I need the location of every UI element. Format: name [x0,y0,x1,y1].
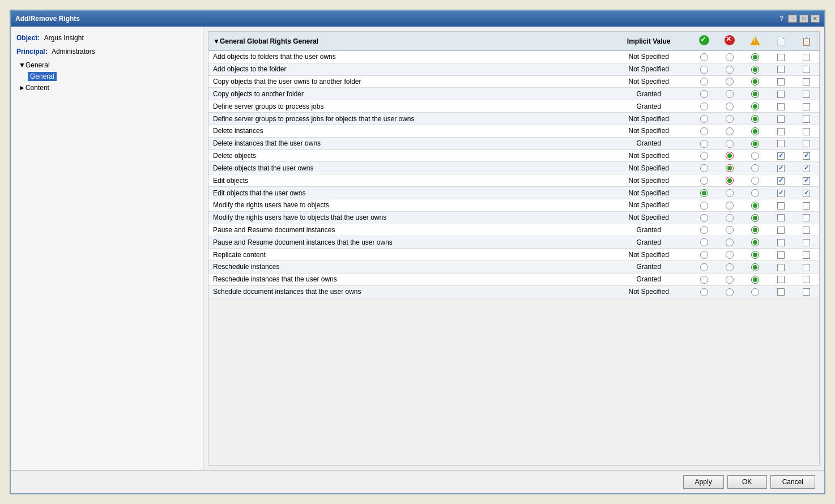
red-radio-cell[interactable] [717,236,742,249]
warn-radio[interactable] [751,115,759,123]
ok-button[interactable]: OK [727,475,767,489]
warn-radio[interactable] [751,202,759,210]
checkbox1[interactable] [777,128,785,135]
checkbox1[interactable] [777,227,785,234]
warn-radio-cell[interactable] [743,236,768,249]
green-radio[interactable] [700,251,708,259]
checkbox1[interactable] [777,165,785,172]
checkbox2[interactable] [803,165,810,172]
checkbox1[interactable] [777,103,785,110]
checkbox1[interactable] [777,190,785,197]
checkbox1[interactable] [777,78,785,86]
green-radio-cell[interactable] [691,236,717,249]
checkbox1-cell[interactable] [768,211,794,224]
green-radio-cell[interactable] [691,125,717,137]
checkbox1-cell[interactable] [768,236,794,249]
checkbox2[interactable] [803,177,810,185]
warn-radio-cell[interactable] [743,285,768,298]
red-radio[interactable] [726,53,734,61]
checkbox1-cell[interactable] [768,51,794,63]
checkbox2-cell[interactable] [794,224,819,236]
checkbox2-cell[interactable] [794,63,819,75]
red-radio[interactable] [726,102,734,110]
red-radio[interactable] [726,238,734,246]
red-radio-cell[interactable] [717,88,742,100]
checkbox2[interactable] [803,78,810,86]
green-radio[interactable] [700,263,708,271]
checkbox1-cell[interactable] [768,125,794,137]
green-radio[interactable] [700,66,708,74]
checkbox2-cell[interactable] [794,187,819,199]
checkbox1[interactable] [777,251,785,259]
checkbox2[interactable] [803,239,810,246]
warn-radio[interactable] [751,251,759,259]
checkbox1-cell[interactable] [768,88,794,100]
green-radio-cell[interactable] [691,75,717,88]
warn-radio[interactable] [751,288,759,296]
checkbox2-cell[interactable] [794,125,819,137]
green-radio-cell[interactable] [691,100,717,113]
warn-radio-cell[interactable] [743,162,768,174]
red-radio-cell[interactable] [717,174,742,187]
warn-radio-cell[interactable] [743,88,768,100]
green-radio[interactable] [700,202,708,210]
checkbox2[interactable] [803,251,810,259]
checkbox2-cell[interactable] [794,273,819,285]
red-radio-cell[interactable] [717,273,742,285]
warn-radio-cell[interactable] [743,249,768,261]
warn-radio-cell[interactable] [743,125,768,137]
checkbox2-cell[interactable] [794,199,819,211]
green-radio[interactable] [700,177,708,185]
checkbox2-cell[interactable] [794,211,819,224]
checkbox2[interactable] [803,214,810,221]
checkbox1-cell[interactable] [768,162,794,174]
red-radio[interactable] [726,164,734,172]
green-radio[interactable] [700,53,708,61]
checkbox1[interactable] [777,264,785,271]
warn-radio-cell[interactable] [743,273,768,285]
warn-radio-cell[interactable] [743,100,768,113]
warn-radio[interactable] [751,238,759,246]
warn-radio[interactable] [751,78,759,86]
green-radio[interactable] [700,238,708,246]
checkbox1-cell[interactable] [768,113,794,125]
checkbox1[interactable] [777,140,785,147]
green-radio-cell[interactable] [691,285,717,298]
warn-radio-cell[interactable] [743,75,768,88]
warn-radio[interactable] [751,127,759,135]
red-radio-cell[interactable] [717,150,742,162]
checkbox2-cell[interactable] [794,285,819,298]
checkbox2[interactable] [803,116,810,123]
help-button[interactable]: ? [779,15,783,23]
red-radio-cell[interactable] [717,75,742,88]
green-radio-cell[interactable] [691,249,717,261]
red-radio[interactable] [726,288,734,296]
red-radio[interactable] [726,276,734,284]
red-radio[interactable] [726,152,734,160]
red-radio[interactable] [726,127,734,135]
green-radio-cell[interactable] [691,261,717,274]
red-radio-cell[interactable] [717,249,742,261]
checkbox2-cell[interactable] [794,100,819,113]
checkbox1[interactable] [777,116,785,123]
warn-radio[interactable] [751,140,759,148]
warn-radio[interactable] [751,276,759,284]
checkbox2-cell[interactable] [794,162,819,174]
checkbox2[interactable] [803,202,810,210]
green-radio-cell[interactable] [691,187,717,199]
warn-radio-cell[interactable] [743,174,768,187]
checkbox1[interactable] [777,54,785,61]
green-radio[interactable] [700,102,708,110]
checkbox1[interactable] [777,152,785,160]
red-radio[interactable] [726,214,734,222]
checkbox1[interactable] [777,177,785,185]
green-radio-cell[interactable] [691,150,717,162]
apply-button[interactable]: Apply [683,475,724,489]
warn-radio-cell[interactable] [743,113,768,125]
red-radio-cell[interactable] [717,261,742,274]
maximize-button[interactable]: □ [799,15,808,23]
checkbox2-cell[interactable] [794,236,819,249]
green-radio-cell[interactable] [691,224,717,236]
green-radio[interactable] [700,78,708,86]
checkbox2[interactable] [803,227,810,234]
